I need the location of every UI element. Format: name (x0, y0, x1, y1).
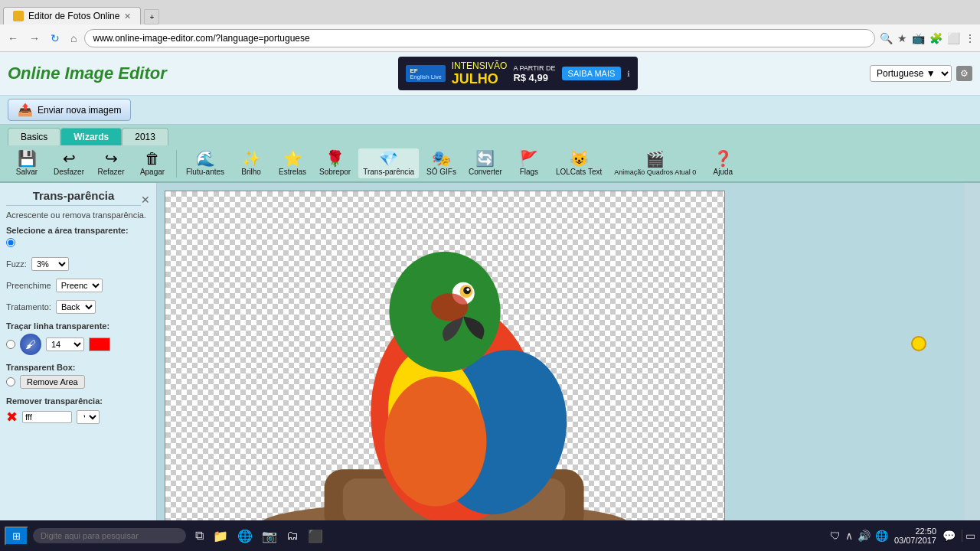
home-button[interactable]: ⌂ (67, 31, 80, 46)
camera-icon[interactable]: 📷 (260, 527, 279, 545)
volume-icon[interactable]: 🔊 (858, 530, 871, 542)
cast-icon[interactable]: 📺 (912, 32, 925, 44)
search-icon[interactable]: 🔍 (880, 32, 893, 44)
language-select[interactable]: Portuguese ▼ (870, 65, 952, 82)
brush-color-swatch[interactable] (89, 337, 110, 351)
menu-icon[interactable]: ⋮ (965, 32, 975, 44)
panel-close-button[interactable]: ✕ (141, 194, 150, 206)
file-explorer-icon[interactable]: 📁 (211, 527, 230, 545)
ad-intensivao: INTENSIVÃO (452, 60, 508, 71)
fuzz-section: Fuzz: 3% 5% 10% (6, 257, 150, 271)
transparent-box-label: Transparent Box: (6, 363, 150, 372)
tool-brilho[interactable]: ✨ Brilho (232, 148, 270, 178)
tab-favicon (13, 11, 24, 21)
tool-sobrepor[interactable]: 🌹 Sobrepor (315, 148, 355, 178)
tool-transparencia[interactable]: 💎 Trans-parência (358, 148, 419, 178)
tab-basics[interactable]: Basics (8, 128, 60, 145)
settings-button[interactable]: ⚙ (956, 66, 972, 81)
browser-tab[interactable]: Editor de Fotos Online ✕ (3, 7, 141, 24)
toolbar-tabs: Basics Wizards 2013 (0, 125, 980, 145)
ad-ef-text: EF (410, 67, 441, 74)
transparent-box-radio[interactable] (6, 377, 15, 386)
remove-transparency-icon[interactable]: ✖ (6, 409, 18, 425)
terminal-icon[interactable]: ⬛ (306, 527, 325, 545)
select-area-radio[interactable] (6, 238, 15, 247)
network-icon[interactable]: 🌐 (875, 530, 888, 542)
bookmark-icon[interactable]: ★ (897, 32, 907, 44)
tool-undo-label: Desfazer (54, 168, 84, 176)
show-desktop-icon[interactable]: ▭ (962, 530, 975, 542)
tab-2013[interactable]: 2013 (122, 128, 168, 145)
extension-icon[interactable]: 🧩 (929, 32, 942, 44)
back-button[interactable]: ← (5, 31, 21, 46)
taskbar-time-display: 22:50 (894, 527, 936, 536)
chevron-up-icon[interactable]: ∧ (845, 530, 853, 542)
app-header: Online Image Editor EF English Live INTE… (0, 52, 980, 96)
canvas-area[interactable]: ↗ (157, 183, 965, 550)
notification-icon[interactable]: 💬 (942, 530, 956, 542)
remove-area-button[interactable]: Remove Area (20, 375, 85, 389)
lolcats-icon: 😺 (570, 151, 589, 166)
flags-icon: 🚩 (519, 151, 538, 166)
ad-a-partir: A PARTIR DE (513, 64, 555, 72)
taskbar: ⊞ ⧉ 📁 🌐 📷 🗂 ⬛ 🛡 ∧ 🔊 🌐 22:50 03/07/2017 💬… (0, 520, 980, 551)
converter-icon: 🔄 (475, 151, 495, 166)
tool-save[interactable]: 💾 Salvar (8, 148, 46, 178)
tool-estrelas-label: Estrelas (279, 168, 306, 176)
tratamento-select[interactable]: Back Front (56, 300, 96, 314)
tools-bar: 💾 Salvar ↩ Desfazer ↪ Refazer 🗑 Apagar 🌊… (0, 145, 980, 183)
office-icon[interactable]: ⬜ (947, 32, 960, 44)
tab-close-button[interactable]: ✕ (124, 11, 131, 21)
tool-so-gifs[interactable]: 🎭 SÓ GIFs (422, 148, 461, 178)
tracar-radio[interactable] (6, 340, 15, 349)
tool-animacao-label: Animação Quadros Atual 0 (614, 168, 696, 176)
canvas-checker: ↗ (165, 191, 724, 543)
save-icon: 💾 (18, 151, 37, 166)
ad-cta-button[interactable]: SAIBA MAIS (562, 67, 622, 80)
tool-ajuda-label: Ajuda (714, 168, 733, 176)
taskbar-search-input[interactable] (33, 528, 186, 543)
brush-icon[interactable]: 🖌 (20, 334, 41, 355)
chrome-icon[interactable]: 🌐 (236, 527, 254, 545)
preenchime-section: Preenchime Preenc Fill (6, 279, 150, 292)
tool-redo[interactable]: ↪ Refazer (92, 148, 130, 178)
app-title: Online Image Editor (8, 64, 167, 83)
ad-price: R$ 4,99 (513, 72, 555, 83)
ad-info-icon[interactable]: ℹ (627, 70, 630, 78)
taskbar-sys-icons: 🛡 ∧ 🔊 🌐 (830, 530, 888, 542)
address-bar[interactable] (84, 29, 875, 47)
tool-flags[interactable]: 🚩 Flags (510, 148, 548, 178)
new-tab-button[interactable]: + (144, 9, 159, 24)
upload-button[interactable]: 📤 Enviar nova imagem (8, 99, 131, 121)
folders-icon[interactable]: 🗂 (285, 527, 300, 545)
fuzz-select[interactable]: 3% 5% 10% (31, 257, 69, 271)
tool-flags-label: Flags (520, 168, 538, 176)
tool-converter[interactable]: 🔄 Converter (464, 148, 507, 178)
color-type-select[interactable]: ▼ (77, 410, 100, 424)
preenchime-label: Preenchime (6, 281, 51, 290)
flutuantes-icon: 🌊 (196, 151, 215, 166)
tool-delete[interactable]: 🗑 Apagar (133, 148, 172, 178)
fuzz-label: Fuzz: (6, 259, 27, 269)
tab-wizards[interactable]: Wizards (60, 128, 122, 145)
forward-button[interactable]: → (26, 31, 43, 46)
ad-julho: JULHO (452, 71, 508, 87)
remover-label: Remover transparência: (6, 396, 150, 406)
tool-undo[interactable]: ↩ Desfazer (49, 148, 89, 178)
color-value-input[interactable] (22, 411, 72, 423)
brush-size-select[interactable]: 14 10 20 (46, 337, 84, 351)
task-view-icon[interactable]: ⧉ (194, 527, 205, 545)
reload-button[interactable]: ↻ (47, 31, 63, 46)
tool-brilho-label: Brilho (241, 168, 261, 176)
tool-save-label: Salvar (16, 168, 38, 176)
browser-toolbar: ← → ↻ ⌂ 🔍 ★ 📺 🧩 ⬜ ⋮ (0, 24, 980, 52)
tool-lolcats[interactable]: 😺 LOLCats Text (551, 148, 606, 178)
preenchime-select[interactable]: Preenc Fill (56, 279, 103, 292)
content-area: Trans-parência ✕ Acrescente ou remova tr… (0, 183, 980, 550)
tool-animacao[interactable]: 🎬 Animação Quadros Atual 0 (609, 149, 701, 178)
start-button[interactable]: ⊞ (5, 527, 28, 546)
tool-estrelas[interactable]: ⭐ Estrelas (273, 148, 312, 178)
tool-ajuda[interactable]: ❓ Ajuda (704, 148, 742, 178)
undo-icon: ↩ (63, 151, 76, 166)
tool-flutuantes[interactable]: 🌊 Flutu-antes (181, 148, 229, 178)
